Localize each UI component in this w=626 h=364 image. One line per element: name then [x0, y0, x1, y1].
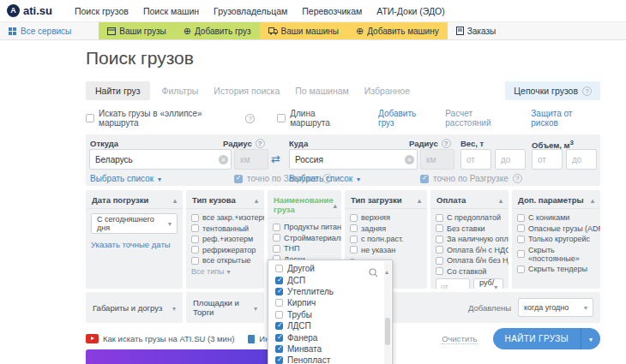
distance-calc-link[interactable]: Расчет расстояний — [445, 109, 519, 128]
extra-option[interactable]: Скрыть «постоянные» — [517, 246, 586, 263]
pick-list-to[interactable]: Выбрать список — [289, 174, 360, 183]
checkbox[interactable] — [517, 250, 525, 258]
checkbox[interactable] — [275, 265, 283, 272]
checkbox[interactable] — [350, 214, 358, 222]
checkbox[interactable] — [275, 356, 283, 364]
checkbox[interactable] — [350, 236, 358, 243]
checkbox[interactable] — [350, 246, 358, 254]
list-item[interactable]: Минвата — [275, 343, 382, 355]
nav-cargo-search[interactable]: Поиск грузов — [75, 6, 129, 16]
list-item[interactable]: ЛДСП — [275, 320, 382, 331]
help-icon[interactable] — [256, 139, 265, 148]
checkbox[interactable] — [517, 266, 525, 273]
checkbox[interactable] — [273, 224, 280, 231]
from-radius-input[interactable] — [234, 149, 268, 170]
rate-unit-select[interactable]: руб/км — [473, 278, 503, 289]
tab-by-trucks[interactable]: По машинам — [295, 81, 349, 100]
checkbox[interactable] — [234, 175, 243, 183]
volume-from-input[interactable] — [532, 149, 563, 170]
rate-from-input[interactable] — [436, 278, 470, 289]
add-cargo-link[interactable]: Добавить груз — [378, 109, 433, 128]
tab-find-cargo[interactable]: Найти груз — [86, 81, 150, 100]
list-item[interactable]: Трубы — [275, 309, 382, 320]
load-type-option[interactable]: задняя — [350, 224, 422, 233]
list-item[interactable]: Кирпич — [275, 297, 382, 308]
added-select[interactable]: когда угодно — [518, 298, 593, 317]
volume-to-input[interactable] — [566, 149, 597, 170]
load-type-header[interactable]: Тип загрузки — [345, 190, 427, 209]
nav-carriers[interactable]: Перевозчикам — [302, 6, 362, 16]
checkbox[interactable] — [517, 214, 525, 222]
ellipse-option[interactable]: Искать грузы в «эллипсе» маршрута — [86, 109, 255, 128]
cargo-chains-button[interactable]: Цепочки грузов — [505, 81, 600, 100]
extra-option[interactable]: С кониками — [517, 213, 595, 222]
extra-option[interactable]: Опасные грузы (ADR) — [517, 224, 595, 233]
route-length-option[interactable]: Длина маршрута — [277, 109, 356, 128]
checkbox[interactable] — [86, 114, 94, 122]
list-item[interactable]: ДСП — [275, 274, 382, 285]
checkbox[interactable] — [420, 175, 429, 183]
body-type-option[interactable]: тентованный — [191, 224, 259, 233]
tab-search-history[interactable]: История поиска — [214, 81, 280, 100]
checkbox[interactable] — [273, 234, 280, 242]
scrollbar[interactable] — [384, 261, 391, 364]
video-link[interactable]: Как искать грузы на ATI.SU (3 мин) — [103, 334, 234, 343]
cargo-name-option[interactable]: Продукты питания — [273, 223, 336, 231]
scrollbar-thumb[interactable] — [385, 318, 390, 345]
cargo-name-option[interactable]: ТНП — [273, 244, 336, 253]
find-cargo-dropdown-arrow[interactable] — [581, 328, 600, 349]
clear-icon[interactable] — [405, 155, 414, 164]
panel-platforms[interactable]: Площадки и Торги — [186, 292, 264, 323]
from-input[interactable] — [89, 149, 232, 170]
payment-option[interactable]: Оплата б/н с НДС — [436, 246, 503, 254]
risk-protection-link[interactable]: Защита от рисков — [531, 109, 600, 128]
your-cargo-button[interactable]: Ваши грузы — [99, 22, 175, 39]
pick-list-from[interactable]: Выбрать список — [90, 174, 161, 183]
checkbox[interactable] — [517, 224, 525, 232]
payment-header[interactable]: Оплата — [430, 190, 509, 209]
load-type-option[interactable]: не указан — [350, 246, 422, 254]
cargo-name-header[interactable]: Наименование груза — [268, 190, 341, 218]
checkbox[interactable] — [436, 224, 443, 232]
checkbox[interactable] — [436, 236, 443, 243]
all-body-types-link[interactable]: Все типы — [191, 267, 259, 276]
panel-dimensions[interactable]: Габариты и догруз — [86, 292, 183, 323]
to-input[interactable] — [289, 149, 418, 170]
nav-truck-search[interactable]: Поиск машин — [143, 6, 199, 16]
weight-from-input[interactable] — [460, 149, 491, 170]
tab-favorites[interactable]: Избранное — [364, 81, 410, 100]
checkbox[interactable] — [191, 224, 199, 232]
tab-filters[interactable]: Фильтры — [162, 81, 199, 100]
list-item[interactable]: Утеплитель — [275, 286, 382, 297]
orders-button[interactable]: Заказы — [448, 22, 504, 39]
checkbox[interactable] — [517, 236, 525, 243]
add-truck-button[interactable]: Добавить машину — [347, 22, 448, 39]
ati-logo[interactable]: A ati.su — [7, 4, 52, 17]
checkbox[interactable] — [436, 214, 443, 222]
checkbox[interactable] — [350, 224, 358, 232]
checkbox[interactable] — [277, 114, 286, 122]
body-type-option[interactable]: реф.+изотерм — [191, 235, 259, 243]
find-cargo-button[interactable]: НАЙТИ ГРУЗЫ — [493, 328, 600, 349]
checkbox[interactable] — [191, 214, 199, 222]
clear-form-link[interactable]: Очистить — [442, 334, 477, 344]
payment-option[interactable]: Со ставкой — [436, 267, 503, 276]
exact-unload-option[interactable]: точно по Разгрузке — [420, 174, 522, 183]
body-type-option[interactable]: все закр.+изотерм — [191, 213, 259, 222]
checkbox[interactable] — [275, 277, 283, 284]
payment-option[interactable]: Оплата б/н без НДС — [436, 256, 503, 265]
body-type-option[interactable]: рефрижератор — [191, 246, 259, 254]
body-type-option[interactable]: все открытые — [191, 256, 259, 265]
help-icon[interactable] — [245, 114, 255, 123]
checkbox[interactable] — [275, 334, 283, 342]
checkbox[interactable] — [436, 257, 443, 265]
extra-option[interactable]: Только кругорейс — [517, 235, 595, 243]
load-type-option[interactable]: с полн.раст. — [350, 235, 422, 243]
scroll-up-icon[interactable] — [385, 262, 388, 277]
checkbox[interactable] — [275, 311, 283, 319]
load-type-option[interactable]: верхняя — [350, 213, 422, 222]
checkbox[interactable] — [436, 246, 443, 254]
checkbox[interactable] — [275, 299, 283, 307]
checkbox[interactable] — [191, 236, 199, 243]
payment-option[interactable]: С предоплатой — [436, 213, 503, 222]
